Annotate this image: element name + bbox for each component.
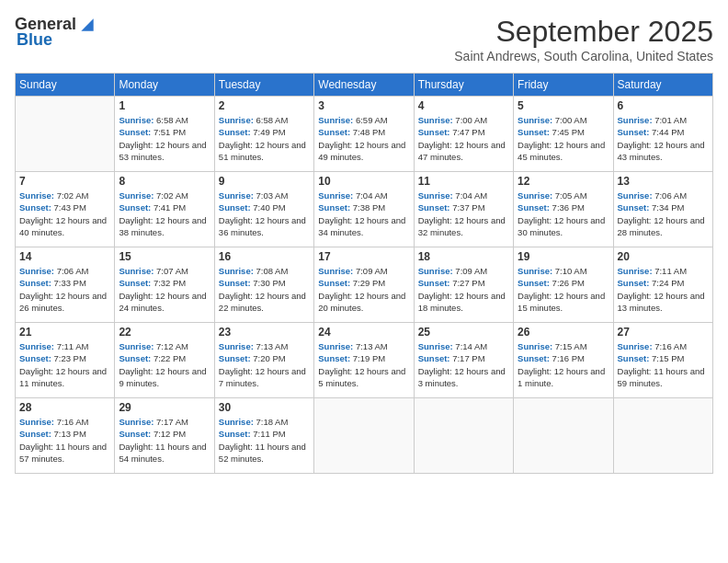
day-header-thursday: Thursday	[414, 74, 513, 97]
day-info: Sunrise: 7:01 AMSunset: 7:44 PMDaylight:…	[618, 114, 709, 163]
day-info: Sunrise: 7:06 AMSunset: 7:34 PMDaylight:…	[618, 190, 709, 238]
day-number: 23	[219, 326, 310, 339]
day-info: Sunrise: 7:11 AMSunset: 7:23 PMDaylight:…	[19, 340, 110, 389]
day-number: 4	[418, 99, 509, 112]
calendar-cell: 18Sunrise: 7:09 AMSunset: 7:27 PMDayligh…	[414, 247, 513, 323]
calendar-cell: 9Sunrise: 7:03 AMSunset: 7:40 PMDaylight…	[214, 172, 313, 247]
calendar-cell: 25Sunrise: 7:14 AMSunset: 7:17 PMDayligh…	[414, 323, 513, 398]
calendar-header-row: SundayMondayTuesdayWednesdayThursdayFrid…	[16, 74, 713, 97]
day-info: Sunrise: 7:14 AMSunset: 7:17 PMDaylight:…	[418, 340, 509, 389]
day-number: 2	[219, 99, 310, 112]
svg-marker-0	[81, 18, 93, 30]
day-info: Sunrise: 7:17 AMSunset: 7:12 PMDaylight:…	[119, 416, 210, 465]
day-header-sunday: Sunday	[16, 74, 115, 97]
day-number: 30	[219, 401, 310, 414]
day-number: 27	[618, 326, 709, 339]
day-info: Sunrise: 7:15 AMSunset: 7:16 PMDaylight:…	[518, 340, 609, 389]
calendar-cell: 13Sunrise: 7:06 AMSunset: 7:34 PMDayligh…	[613, 172, 712, 247]
month-title: September 2025	[454, 15, 713, 49]
day-info: Sunrise: 7:05 AMSunset: 7:36 PMDaylight:…	[518, 190, 609, 238]
day-number: 17	[318, 250, 409, 263]
calendar-cell: 3Sunrise: 6:59 AMSunset: 7:48 PMDaylight…	[314, 97, 414, 172]
calendar-cell: 24Sunrise: 7:13 AMSunset: 7:19 PMDayligh…	[314, 323, 414, 398]
day-number: 14	[19, 250, 110, 263]
calendar-week-2: 7Sunrise: 7:02 AMSunset: 7:43 PMDaylight…	[16, 172, 713, 247]
day-number: 6	[618, 99, 709, 112]
calendar-cell: 1Sunrise: 6:58 AMSunset: 7:51 PMDaylight…	[115, 97, 214, 172]
day-number: 10	[318, 175, 409, 188]
day-info: Sunrise: 7:09 AMSunset: 7:27 PMDaylight:…	[418, 265, 509, 314]
calendar-cell: 28Sunrise: 7:16 AMSunset: 7:13 PMDayligh…	[16, 398, 115, 474]
location: Saint Andrews, South Carolina, United St…	[454, 49, 713, 63]
day-number: 15	[119, 250, 210, 263]
day-number: 13	[618, 175, 709, 188]
calendar-cell	[613, 398, 712, 474]
day-header-friday: Friday	[514, 74, 613, 97]
calendar-cell: 19Sunrise: 7:10 AMSunset: 7:26 PMDayligh…	[514, 247, 613, 323]
calendar-cell: 16Sunrise: 7:08 AMSunset: 7:30 PMDayligh…	[214, 247, 313, 323]
day-number: 21	[19, 326, 110, 339]
page: General Blue September 2025 Saint Andrew…	[0, 0, 728, 563]
day-number: 26	[518, 326, 609, 339]
day-info: Sunrise: 7:18 AMSunset: 7:11 PMDaylight:…	[219, 416, 310, 465]
day-info: Sunrise: 7:13 AMSunset: 7:19 PMDaylight:…	[318, 340, 409, 389]
day-number: 28	[19, 401, 110, 414]
calendar-cell: 20Sunrise: 7:11 AMSunset: 7:24 PMDayligh…	[613, 247, 712, 323]
day-header-tuesday: Tuesday	[214, 74, 313, 97]
logo-icon	[78, 16, 97, 34]
calendar-cell	[314, 398, 414, 474]
calendar-cell: 10Sunrise: 7:04 AMSunset: 7:38 PMDayligh…	[314, 172, 414, 247]
calendar-cell: 12Sunrise: 7:05 AMSunset: 7:36 PMDayligh…	[514, 172, 613, 247]
day-number: 8	[119, 175, 210, 188]
logo: General Blue	[15, 15, 97, 50]
day-number: 12	[518, 175, 609, 188]
title-block: September 2025 Saint Andrews, South Caro…	[454, 15, 713, 63]
calendar-cell: 14Sunrise: 7:06 AMSunset: 7:33 PMDayligh…	[16, 247, 115, 323]
day-number: 22	[119, 326, 210, 339]
calendar-cell: 21Sunrise: 7:11 AMSunset: 7:23 PMDayligh…	[16, 323, 115, 398]
day-number: 19	[518, 250, 609, 263]
day-info: Sunrise: 7:03 AMSunset: 7:40 PMDaylight:…	[219, 190, 310, 238]
day-number: 7	[19, 175, 110, 188]
calendar-cell: 15Sunrise: 7:07 AMSunset: 7:32 PMDayligh…	[115, 247, 214, 323]
calendar-cell: 30Sunrise: 7:18 AMSunset: 7:11 PMDayligh…	[214, 398, 313, 474]
day-header-monday: Monday	[115, 74, 214, 97]
calendar-cell: 29Sunrise: 7:17 AMSunset: 7:12 PMDayligh…	[115, 398, 214, 474]
day-number: 16	[219, 250, 310, 263]
calendar-cell: 6Sunrise: 7:01 AMSunset: 7:44 PMDaylight…	[613, 97, 712, 172]
day-info: Sunrise: 7:09 AMSunset: 7:29 PMDaylight:…	[318, 265, 409, 314]
day-number: 1	[119, 99, 210, 112]
calendar-cell: 22Sunrise: 7:12 AMSunset: 7:22 PMDayligh…	[115, 323, 214, 398]
day-number: 18	[418, 250, 509, 263]
day-info: Sunrise: 7:13 AMSunset: 7:20 PMDaylight:…	[219, 340, 310, 389]
day-header-wednesday: Wednesday	[314, 74, 414, 97]
day-info: Sunrise: 7:02 AMSunset: 7:41 PMDaylight:…	[119, 190, 210, 238]
day-number: 24	[318, 326, 409, 339]
day-number: 11	[418, 175, 509, 188]
day-number: 20	[618, 250, 709, 263]
calendar-cell: 4Sunrise: 7:00 AMSunset: 7:47 PMDaylight…	[414, 97, 513, 172]
calendar-week-5: 28Sunrise: 7:16 AMSunset: 7:13 PMDayligh…	[16, 398, 713, 474]
calendar-week-4: 21Sunrise: 7:11 AMSunset: 7:23 PMDayligh…	[16, 323, 713, 398]
calendar-cell: 2Sunrise: 6:58 AMSunset: 7:49 PMDaylight…	[214, 97, 313, 172]
day-info: Sunrise: 6:59 AMSunset: 7:48 PMDaylight:…	[318, 114, 409, 163]
calendar-cell: 7Sunrise: 7:02 AMSunset: 7:43 PMDaylight…	[16, 172, 115, 247]
day-info: Sunrise: 7:12 AMSunset: 7:22 PMDaylight:…	[119, 340, 210, 389]
day-info: Sunrise: 7:06 AMSunset: 7:33 PMDaylight:…	[19, 265, 110, 314]
day-number: 3	[318, 99, 409, 112]
day-info: Sunrise: 7:04 AMSunset: 7:37 PMDaylight:…	[418, 190, 509, 238]
calendar-cell: 17Sunrise: 7:09 AMSunset: 7:29 PMDayligh…	[314, 247, 414, 323]
day-info: Sunrise: 7:11 AMSunset: 7:24 PMDaylight:…	[618, 265, 709, 314]
day-number: 5	[518, 99, 609, 112]
calendar-cell: 5Sunrise: 7:00 AMSunset: 7:45 PMDaylight…	[514, 97, 613, 172]
day-info: Sunrise: 7:07 AMSunset: 7:32 PMDaylight:…	[119, 265, 210, 314]
day-info: Sunrise: 7:00 AMSunset: 7:47 PMDaylight:…	[418, 114, 509, 163]
calendar-table: SundayMondayTuesdayWednesdayThursdayFrid…	[15, 73, 713, 474]
calendar-cell	[514, 398, 613, 474]
day-info: Sunrise: 7:08 AMSunset: 7:30 PMDaylight:…	[219, 265, 310, 314]
day-number: 25	[418, 326, 509, 339]
day-header-saturday: Saturday	[613, 74, 712, 97]
day-info: Sunrise: 7:10 AMSunset: 7:26 PMDaylight:…	[518, 265, 609, 314]
calendar-week-3: 14Sunrise: 7:06 AMSunset: 7:33 PMDayligh…	[16, 247, 713, 323]
day-number: 9	[219, 175, 310, 188]
